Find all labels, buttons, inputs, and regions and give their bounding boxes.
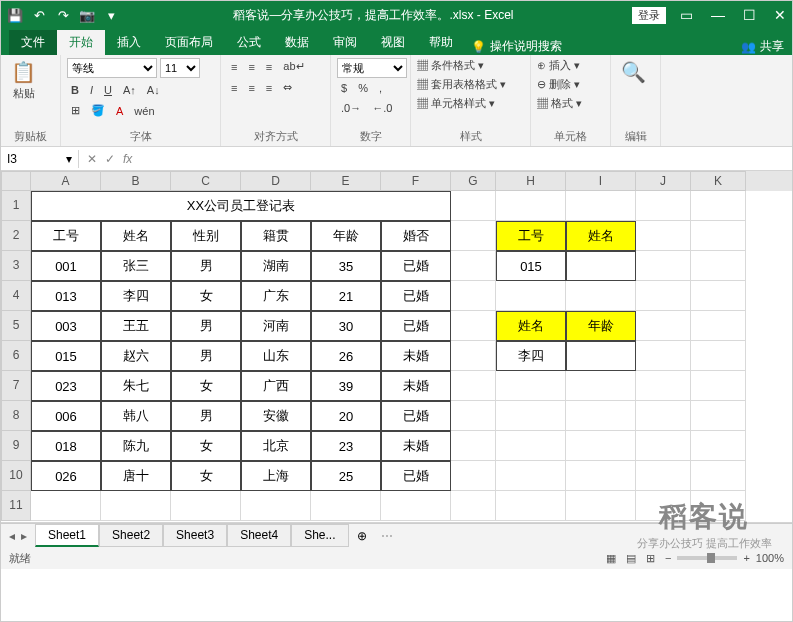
border-button[interactable]: ⊞ (67, 102, 84, 119)
cell[interactable] (566, 461, 636, 491)
row-header[interactable]: 5 (1, 311, 31, 341)
tab-home[interactable]: 开始 (57, 30, 105, 55)
comma-button[interactable]: , (375, 80, 386, 96)
cell[interactable] (636, 251, 691, 281)
cell[interactable] (451, 221, 496, 251)
row-header[interactable]: 3 (1, 251, 31, 281)
namebox-dropdown-icon[interactable]: ▾ (66, 152, 72, 166)
col-header[interactable]: H (496, 171, 566, 191)
cell[interactable]: 026 (31, 461, 101, 491)
decrease-decimal-button[interactable]: ←.0 (368, 100, 396, 116)
cell[interactable] (451, 491, 496, 521)
col-header[interactable]: B (101, 171, 171, 191)
cell[interactable]: 20 (311, 401, 381, 431)
cell[interactable]: 018 (31, 431, 101, 461)
cell[interactable]: 39 (311, 371, 381, 401)
cell[interactable]: 未婚 (381, 431, 451, 461)
cell[interactable] (451, 371, 496, 401)
cell[interactable]: 女 (171, 281, 241, 311)
sheet-tab[interactable]: Sheet2 (99, 524, 163, 547)
cell[interactable]: 王五 (101, 311, 171, 341)
cell[interactable] (496, 491, 566, 521)
percent-button[interactable]: % (354, 80, 372, 96)
cell[interactable] (496, 371, 566, 401)
tell-me[interactable]: 💡 操作说明搜索 (471, 38, 562, 55)
maximize-icon[interactable]: ☐ (743, 7, 756, 23)
cell[interactable]: 山东 (241, 341, 311, 371)
cell[interactable] (496, 281, 566, 311)
save-icon[interactable]: 💾 (7, 8, 23, 23)
align-bottom-button[interactable]: ≡ (262, 59, 276, 75)
cell[interactable]: 30 (311, 311, 381, 341)
view-normal-icon[interactable]: ▦ (606, 552, 616, 565)
cell[interactable]: 北京 (241, 431, 311, 461)
cell[interactable]: 015 (31, 341, 101, 371)
cell[interactable] (691, 401, 746, 431)
cell[interactable]: 男 (171, 251, 241, 281)
cell[interactable] (636, 491, 691, 521)
cell[interactable] (636, 431, 691, 461)
cell[interactable] (691, 311, 746, 341)
cell[interactable]: 韩八 (101, 401, 171, 431)
wrap-text-button[interactable]: ab↵ (279, 58, 308, 75)
cell[interactable] (451, 401, 496, 431)
spreadsheet-grid[interactable]: ABCDEFGHIJK 1XX公司员工登记表2工号姓名性别籍贯年龄婚否工号姓名3… (1, 171, 792, 523)
cell[interactable]: 013 (31, 281, 101, 311)
cell[interactable] (691, 491, 746, 521)
underline-button[interactable]: U (100, 82, 116, 98)
cell[interactable]: 广东 (241, 281, 311, 311)
row-header[interactable]: 2 (1, 221, 31, 251)
cell[interactable] (636, 371, 691, 401)
cell[interactable]: 已婚 (381, 311, 451, 341)
row-header[interactable]: 11 (1, 491, 31, 521)
close-icon[interactable]: ✕ (774, 7, 786, 23)
cell[interactable]: 广西 (241, 371, 311, 401)
cell[interactable] (636, 191, 691, 221)
cell[interactable]: 姓名 (566, 221, 636, 251)
fx-icon[interactable]: fx (123, 152, 132, 166)
cell[interactable]: 性别 (171, 221, 241, 251)
new-sheet-button[interactable]: ⊕ (349, 529, 375, 543)
cell[interactable]: 安徽 (241, 401, 311, 431)
cell[interactable] (566, 491, 636, 521)
row-header[interactable]: 1 (1, 191, 31, 221)
sheet-tab[interactable]: Sheet4 (227, 524, 291, 547)
cancel-formula-icon[interactable]: ✕ (87, 152, 97, 166)
tab-formula[interactable]: 公式 (225, 30, 273, 55)
sheet-tab[interactable]: Sheet1 (35, 524, 99, 547)
cell[interactable]: 21 (311, 281, 381, 311)
cell[interactable]: 女 (171, 461, 241, 491)
cell[interactable] (496, 191, 566, 221)
cell[interactable]: 陈九 (101, 431, 171, 461)
formula-input[interactable] (140, 157, 792, 161)
undo-icon[interactable]: ↶ (31, 8, 47, 23)
insert-cells-button[interactable]: ⊕ 插入 ▾ (537, 58, 580, 73)
cell[interactable]: 25 (311, 461, 381, 491)
tab-view[interactable]: 视图 (369, 30, 417, 55)
redo-icon[interactable]: ↷ (55, 8, 71, 23)
col-header[interactable]: K (691, 171, 746, 191)
col-header[interactable]: C (171, 171, 241, 191)
row-header[interactable]: 4 (1, 281, 31, 311)
cell[interactable]: 湖南 (241, 251, 311, 281)
cell[interactable]: 35 (311, 251, 381, 281)
cell[interactable]: 河南 (241, 311, 311, 341)
cell[interactable] (451, 341, 496, 371)
cell[interactable] (566, 281, 636, 311)
cell[interactable]: 工号 (31, 221, 101, 251)
ribbon-options-icon[interactable]: ▭ (680, 7, 693, 23)
cell[interactable] (691, 281, 746, 311)
col-header[interactable]: D (241, 171, 311, 191)
view-pagelayout-icon[interactable]: ▤ (626, 552, 636, 565)
row-header[interactable]: 7 (1, 371, 31, 401)
font-color-button[interactable]: A (112, 103, 127, 119)
align-center-button[interactable]: ≡ (244, 80, 258, 96)
fill-color-button[interactable]: 🪣 (87, 102, 109, 119)
tab-review[interactable]: 审阅 (321, 30, 369, 55)
cell[interactable]: 年龄 (566, 311, 636, 341)
cell[interactable]: 朱七 (101, 371, 171, 401)
cell[interactable] (566, 431, 636, 461)
cell[interactable] (451, 191, 496, 221)
col-header[interactable]: J (636, 171, 691, 191)
col-header[interactable]: I (566, 171, 636, 191)
